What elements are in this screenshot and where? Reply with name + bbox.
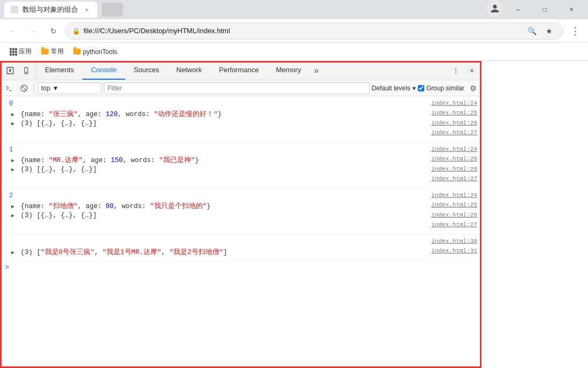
tab-close-button[interactable]: × [82,5,91,14]
menu-button[interactable]: ⋮ [567,22,584,40]
svg-line-5 [22,86,26,90]
console-line-blank-final: index.html:30 [1,237,482,247]
console-section-1: 1 index.html:24 ▶ {name: "MR.达摩", age: 1… [1,142,482,188]
console-line[interactable]: ▶ (3) [{…}, {…}, {…}] index.html:26 [1,211,482,221]
group-similar-label: Group similar [426,85,464,92]
console-link-blank-final[interactable]: index.html:30 [431,238,477,244]
console-line[interactable]: ▶ (3) [{…}, {…}, {…}] index.html:26 [1,119,482,129]
url-text: file:///C:/Users/PC/Desktop/myHTML/index… [83,27,521,35]
console-link-blank-1[interactable]: index.html:27 [431,175,477,182]
tab-elements[interactable]: Elements [36,61,82,80]
tab-strip: 数组与对象的组合 × [4,2,482,18]
console-line[interactable]: ▶ {name: "张三疯", age: 120, words: "动作还是慢的… [1,109,482,119]
console-line[interactable]: 0 index.html:24 [1,99,482,109]
close-button[interactable]: × [559,0,584,19]
lock-icon: 🔒 [72,27,80,35]
bookmark-icon-button[interactable]: ★ [541,24,556,39]
tab-performance[interactable]: Performance [210,61,267,80]
console-link-2-1[interactable]: index.html:26 [431,212,477,218]
user-icon-button[interactable] [486,0,503,17]
filter-input[interactable] [104,82,370,94]
address-bar[interactable]: 🔒 file:///C:/Users/PC/Desktop/myHTML/ind… [65,22,563,40]
run-script-button[interactable] [3,82,16,95]
console-section-0: 0 index.html:24 ▶ {name: "张三疯", age: 120… [1,96,482,142]
group-similar-checkbox[interactable] [418,85,424,91]
toolbar-separator [34,83,34,93]
refresh-button[interactable]: ↻ [45,22,62,40]
console-link-blank-0[interactable]: index.html:27 [431,129,477,136]
restore-button[interactable]: □ [532,0,557,19]
console-line-final-array[interactable]: ▶ (3) ["我是0号张三疯", "我是1号MR.达摩", "我是2号扫地僧"… [1,247,482,257]
main-content: Elements Console Sources Network Perform… [0,61,588,368]
console-section-final: index.html:30 ▶ (3) ["我是0号张三疯", "我是1号MR.… [1,234,482,261]
console-object-1-1: ▶ (3) [{…}, {…}, {…}] [9,166,423,173]
context-selector[interactable]: top ▼ [37,82,102,94]
console-line[interactable]: ▶ {name: "MR.达摩", age: 150, words: "我已是神… [1,155,482,165]
apps-icon [10,48,17,56]
console-link-1-0[interactable]: index.html:25 [431,156,477,162]
console-section-2: 2 index.html:24 ▶ {name: "扫地僧", age: 80,… [1,188,482,234]
devtools-close-button[interactable]: × [464,63,479,78]
folder2-icon [73,49,81,55]
console-line-blank-0: index.html:27 [1,129,482,139]
devtools-settings-button[interactable]: ⋮ [448,63,463,78]
bookmarks-bar: 应用 常用 pythonTools [0,43,588,61]
console-settings-button[interactable]: ⚙ [467,82,479,95]
apps-label: 应用 [19,47,32,56]
console-link-0-0[interactable]: index.html:25 [431,110,477,116]
console-link-2-0[interactable]: index.html:25 [431,202,477,208]
console-line[interactable]: ▶ (3) [{…}, {…}, {…}] index.html:26 [1,165,482,175]
new-tab-placeholder [102,3,123,17]
console-line[interactable]: ▶ {name: "扫地僧", age: 80, words: "我只是个扫地的… [1,201,482,211]
tab-console[interactable]: Console [82,61,125,80]
address-actions: 🔍 ★ [524,24,556,39]
console-object-final: ▶ (3) ["我是0号张三疯", "我是1号MR.达摩", "我是2号扫地僧"… [9,248,423,257]
levels-label: Default levels [372,85,410,92]
devtools-tabs: Elements Console Sources Network Perform… [36,61,446,80]
mobile-toggle-button[interactable] [19,63,34,78]
console-object-2-0: ▶ {name: "扫地僧", age: 80, words: "我只是个扫地的… [9,202,423,211]
console-line[interactable]: 2 index.html:24 [1,191,482,201]
apps-bookmark[interactable]: 应用 [5,45,36,58]
console-prompt: > [1,261,482,274]
console-link-final[interactable]: index.html:31 [431,248,477,254]
forward-button[interactable]: → [25,22,42,40]
title-bar: 数组与对象的组合 × – □ × [0,0,588,19]
tab-favicon [11,6,18,13]
folder2-bookmark[interactable]: pythonTools [69,46,121,58]
minimize-button[interactable]: – [506,0,530,19]
console-index-1: 1 [9,146,20,154]
folder2-label: pythonTools [83,48,117,56]
folder1-icon [41,49,49,55]
back-button[interactable]: ← [4,22,21,40]
clear-console-button[interactable] [18,82,30,95]
console-line[interactable]: 1 index.html:24 [1,145,482,155]
console-link-blank-2[interactable]: index.html:27 [431,221,477,228]
window-controls: – □ × [486,0,584,19]
console-object-1-0: ▶ {name: "MR.达摩", age: 150, words: "我已是神… [9,156,423,165]
inspect-element-button[interactable] [3,63,18,78]
console-toolbar: top ▼ Default levels ▾ Group similar ⚙ [1,80,482,96]
levels-selector[interactable]: Default levels ▾ [372,85,416,92]
active-tab[interactable]: 数组与对象的组合 × [4,2,97,18]
folder1-bookmark[interactable]: 常用 [37,45,68,58]
search-icon-button[interactable]: 🔍 [524,24,539,39]
devtools-actions: ⋮ × [446,61,482,80]
console-link-index-0[interactable]: index.html:24 [431,100,477,106]
tab-sources[interactable]: Sources [125,61,168,80]
prompt-arrow-icon: > [5,263,9,272]
tab-memory[interactable]: Memory [268,61,310,80]
console-index-0: 0 [9,100,20,108]
console-link-0-1[interactable]: index.html:26 [431,120,477,126]
console-link-index-1[interactable]: index.html:24 [431,146,477,152]
folder1-label: 常用 [51,47,64,56]
console-object-2-1: ▶ (3) [{…}, {…}, {…}] [9,212,423,219]
console-line-blank-1: index.html:27 [1,175,482,185]
more-tabs-button[interactable]: » [310,61,323,80]
tab-network[interactable]: Network [168,61,211,80]
console-link-index-2[interactable]: index.html:24 [431,192,477,198]
console-link-1-1[interactable]: index.html:26 [431,166,477,172]
nav-bar: ← → ↻ 🔒 file:///C:/Users/PC/Desktop/myHT… [0,19,588,43]
console-output: 0 index.html:24 ▶ {name: "张三疯", age: 120… [1,96,482,368]
tab-title: 数组与对象的组合 [22,5,78,14]
